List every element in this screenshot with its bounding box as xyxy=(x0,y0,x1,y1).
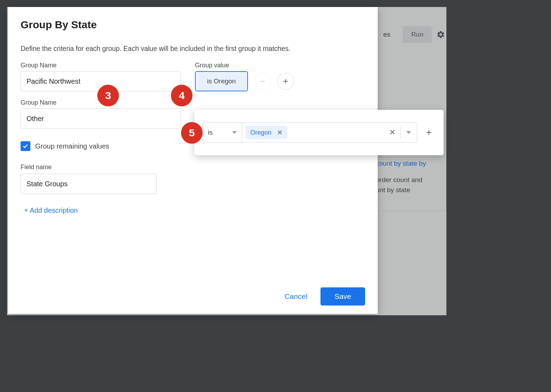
callout-4: 4 xyxy=(171,85,193,106)
filter-more-dropdown[interactable] xyxy=(401,123,417,142)
plus-icon xyxy=(282,77,289,85)
filter-popover: is Oregon ✕ ✕ + xyxy=(194,110,444,155)
modal-footer: Cancel Save xyxy=(21,284,365,306)
group-by-modal: Group By State Define the criteria for e… xyxy=(8,7,378,314)
modal-description: Define the criteria for each group. Each… xyxy=(21,45,365,53)
add-filter-button[interactable]: + xyxy=(423,127,435,138)
group-remaining-checkbox[interactable] xyxy=(21,141,30,151)
remove-value-button xyxy=(254,73,271,90)
check-icon xyxy=(22,143,29,150)
group-name-label: Group Name xyxy=(21,62,181,69)
caret-down-icon xyxy=(232,131,237,134)
filter-value-area[interactable]: Oregon ✕ xyxy=(242,123,384,142)
chip-remove-icon[interactable]: ✕ xyxy=(276,129,284,136)
add-value-button[interactable] xyxy=(277,73,294,90)
filter-operator-label: is xyxy=(208,129,213,136)
filter-value-chip-label: Oregon xyxy=(250,129,271,136)
close-icon: ✕ xyxy=(389,128,395,137)
group-row-0: Group Name Group value is Oregon xyxy=(21,62,365,91)
filter-control: is Oregon ✕ ✕ xyxy=(203,122,417,143)
callout-5: 5 xyxy=(181,122,203,144)
field-name-label: Field name xyxy=(21,164,365,171)
callout-3: 3 xyxy=(97,85,119,106)
group-value-chip[interactable]: is Oregon xyxy=(195,71,248,91)
caret-down-icon xyxy=(406,131,411,134)
group-value-chip-label: is Oregon xyxy=(207,77,236,85)
filter-operator-dropdown[interactable]: is xyxy=(203,123,242,142)
filter-value-chip: Oregon ✕ xyxy=(246,126,287,139)
minus-icon xyxy=(259,77,266,85)
field-name-input[interactable] xyxy=(21,174,157,194)
group-remaining-label: Group remaining values xyxy=(35,142,109,150)
cancel-button[interactable]: Cancel xyxy=(285,292,307,301)
plus-icon: + xyxy=(426,127,432,138)
group-value-label: Group value xyxy=(195,62,365,69)
save-button[interactable]: Save xyxy=(320,287,365,306)
modal-title: Group By State xyxy=(21,19,365,31)
clear-filter-button[interactable]: ✕ xyxy=(384,123,400,142)
add-description-link[interactable]: + Add description xyxy=(24,206,365,214)
group-name-input-1[interactable] xyxy=(21,108,181,129)
